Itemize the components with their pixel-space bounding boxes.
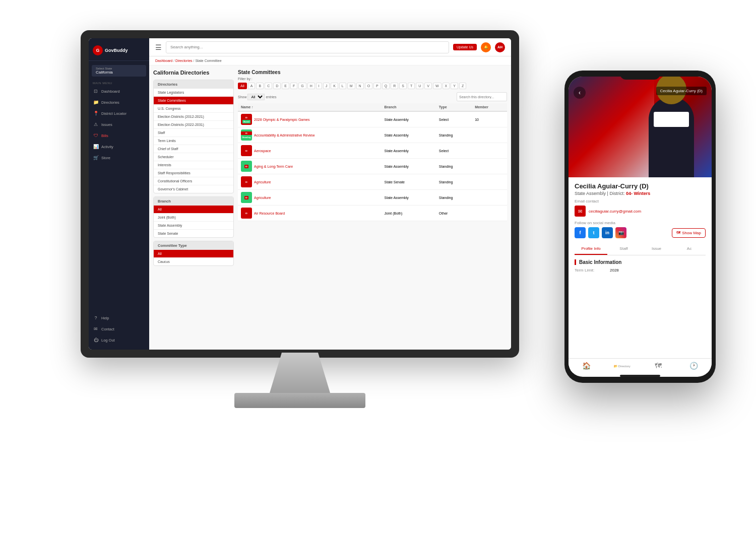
map-nav-icon: 🗺: [655, 362, 662, 370]
committee-name[interactable]: Aging & Long-Term Care: [254, 165, 293, 168]
nav-home[interactable]: 🏠: [569, 362, 604, 370]
sidebar-item-help[interactable]: ? Help: [89, 312, 149, 323]
alpha-m[interactable]: M: [347, 83, 355, 89]
alpha-u[interactable]: U: [416, 83, 423, 89]
sidebar-item-district-locator[interactable]: 📍 District Locator: [89, 108, 149, 119]
filter-branch-senate[interactable]: State Senate: [154, 230, 233, 237]
alpha-y[interactable]: Y: [451, 83, 458, 89]
district-city[interactable]: Winters: [634, 191, 650, 196]
alpha-o[interactable]: O: [365, 83, 372, 89]
tab-staff[interactable]: Staff: [607, 243, 640, 255]
col-member[interactable]: Member: [472, 103, 507, 111]
email-address[interactable]: ceciliaguiar.curry@gmail.com: [589, 209, 641, 214]
alpha-v[interactable]: V: [424, 83, 432, 89]
tab-ac[interactable]: Ac: [673, 243, 706, 255]
sidebar-item-activity[interactable]: 📊 Activity: [89, 141, 149, 152]
twitter-icon[interactable]: t: [588, 227, 599, 238]
filter-const-officers[interactable]: Constitutional Officers: [154, 177, 233, 185]
alpha-e[interactable]: E: [282, 83, 289, 89]
alpha-i[interactable]: I: [316, 83, 322, 89]
alpha-a[interactable]: A: [248, 83, 256, 89]
filter-election-2012[interactable]: Election Districts (2012-2021): [154, 113, 233, 121]
filter-state-committees[interactable]: State Committees: [154, 97, 233, 105]
nav-map[interactable]: 🗺: [640, 362, 676, 370]
search-input[interactable]: [166, 41, 449, 53]
update-us-button[interactable]: Update Us: [453, 44, 477, 50]
alpha-d[interactable]: D: [273, 83, 281, 89]
filter-gov-cabinet[interactable]: Governor's Cabinet: [154, 185, 233, 193]
alpha-r[interactable]: R: [391, 83, 398, 89]
show-map-label: Show Map: [682, 231, 701, 235]
alpha-w[interactable]: W: [433, 83, 442, 89]
breadcrumb-state-committee: State Committee: [195, 59, 221, 62]
sidebar-item-logout[interactable]: ⏻ Log Out: [89, 334, 149, 346]
alpha-p[interactable]: P: [373, 83, 381, 89]
filter-branch-joint[interactable]: Joint (Both): [154, 214, 233, 222]
alpha-n[interactable]: N: [356, 83, 364, 89]
filter-state-legislators[interactable]: State Legislators: [154, 89, 233, 97]
page-title: California Directories: [153, 70, 234, 76]
filter-scheduler[interactable]: Scheduler: [154, 153, 233, 161]
alpha-g[interactable]: G: [298, 83, 306, 89]
social-label: Follow on social media: [575, 221, 706, 225]
facebook-icon[interactable]: f: [575, 227, 586, 238]
alpha-f[interactable]: F: [290, 83, 297, 89]
filter-staff[interactable]: Staff: [154, 129, 233, 137]
committee-name[interactable]: Agriculture: [254, 196, 271, 199]
back-button[interactable]: ‹: [574, 87, 586, 99]
sidebar-item-bills[interactable]: 🛡 Bills: [89, 130, 149, 141]
breadcrumb-dashboard[interactable]: Dashboard: [155, 59, 172, 62]
filter-staff-resp[interactable]: Staff Responsibilities: [154, 169, 233, 177]
tab-profile-info[interactable]: Profile Info: [575, 243, 607, 255]
col-branch[interactable]: Branch: [382, 103, 436, 111]
filter-branch-all[interactable]: All: [154, 206, 233, 214]
filter-chief-of-staff[interactable]: Chief of Staff: [154, 145, 233, 153]
alpha-j[interactable]: J: [323, 83, 330, 89]
alpha-c[interactable]: C: [265, 83, 272, 89]
directory-nav-active[interactable]: 📂 Directory: [614, 364, 631, 368]
committee-name[interactable]: Aerospace: [254, 149, 271, 153]
menu-icon[interactable]: ☰: [155, 43, 162, 51]
filter-term-limits[interactable]: Term Limits: [154, 137, 233, 145]
alpha-l[interactable]: L: [339, 83, 346, 89]
alpha-b[interactable]: B: [256, 83, 264, 89]
show-map-button[interactable]: 🗺 Show Map: [672, 228, 706, 238]
sidebar-item-issues[interactable]: ⚠ Issues: [89, 119, 149, 130]
alpha-h[interactable]: H: [307, 83, 315, 89]
sidebar-item-contact[interactable]: ✉ Contact: [89, 323, 149, 334]
notification-icon[interactable]: 🔔: [481, 42, 491, 52]
committee-name[interactable]: Agriculture: [254, 180, 271, 184]
alpha-all[interactable]: All: [238, 83, 247, 89]
filter-interests[interactable]: Interests: [154, 161, 233, 169]
col-name[interactable]: Name ↑: [238, 103, 382, 111]
directory-search-input[interactable]: [457, 92, 507, 101]
alpha-k[interactable]: K: [331, 83, 338, 89]
filter-us-congress[interactable]: U.S. Congress: [154, 105, 233, 113]
instagram-icon[interactable]: 📷: [615, 227, 626, 238]
nav-history[interactable]: 🕐: [676, 362, 712, 370]
filter-type-all[interactable]: All: [154, 250, 233, 258]
filter-branch-assembly[interactable]: State Assembly: [154, 222, 233, 230]
state-select[interactable]: Select State California: [92, 65, 146, 77]
filter-type-caucus[interactable]: Caucus: [154, 258, 233, 265]
entries-select[interactable]: All1025: [247, 94, 265, 100]
committee-name[interactable]: Air Resource Board: [254, 212, 285, 215]
linkedin-icon[interactable]: in: [602, 227, 613, 238]
alpha-z[interactable]: Z: [459, 83, 466, 89]
district-link[interactable]: 04-: [626, 191, 633, 196]
user-avatar[interactable]: AH: [495, 42, 505, 52]
alpha-t[interactable]: T: [408, 83, 415, 89]
sidebar-item-store[interactable]: 🛒 Store: [89, 152, 149, 163]
tab-issue[interactable]: Issue: [640, 243, 673, 255]
committee-name[interactable]: 2028 Olympic & Paralympic Games: [254, 118, 309, 121]
alpha-q[interactable]: Q: [382, 83, 390, 89]
nav-directory[interactable]: 📂 Directory: [604, 362, 640, 370]
sidebar-item-directories[interactable]: 📁 Directories: [89, 97, 149, 108]
alpha-s[interactable]: S: [399, 83, 407, 89]
col-type[interactable]: Type: [436, 103, 472, 111]
alpha-x[interactable]: X: [443, 83, 450, 89]
committee-name[interactable]: Accountability & Administrative Review: [254, 133, 314, 137]
sidebar-item-dashboard[interactable]: ⊡ Dashboard: [89, 86, 149, 97]
filter-election-2022[interactable]: Election Districts (2022-2031): [154, 121, 233, 129]
breadcrumb-directories[interactable]: Directories: [175, 59, 192, 62]
